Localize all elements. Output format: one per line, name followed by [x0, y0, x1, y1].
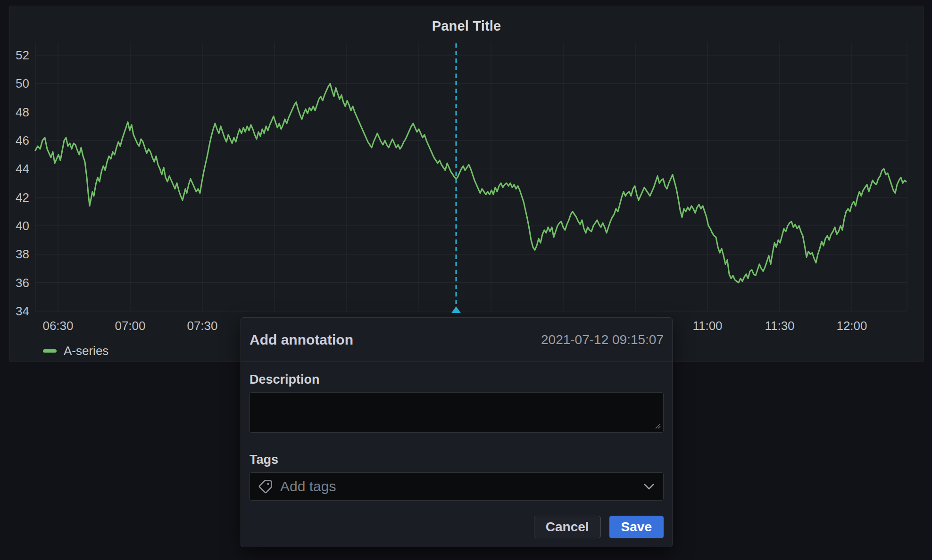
- tags-input[interactable]: [250, 472, 664, 501]
- dialog-header: Add annotation 2021-07-12 09:15:07: [241, 318, 672, 362]
- dialog-footer: Cancel Save: [250, 516, 664, 538]
- timeseries-panel: Panel Title A-series: [9, 6, 924, 362]
- annotation-timestamp: 2021-07-12 09:15:07: [541, 332, 664, 347]
- cancel-button[interactable]: Cancel: [534, 516, 601, 538]
- legend-label: A-series: [64, 344, 108, 358]
- dialog-title: Add annotation: [250, 332, 353, 348]
- grafana-dashboard: Panel Title A-series 5250484644424038363…: [0, 0, 932, 560]
- save-button[interactable]: Save: [609, 516, 664, 538]
- description-input[interactable]: [250, 392, 664, 433]
- tags-label: Tags: [250, 453, 664, 467]
- dialog-body: Description Tags: [241, 362, 672, 547]
- add-annotation-dialog: Add annotation 2021-07-12 09:15:07 Descr…: [241, 317, 673, 547]
- panel-title[interactable]: Panel Title: [10, 18, 923, 34]
- legend-swatch-icon: [43, 349, 57, 353]
- legend-item-a-series[interactable]: A-series: [43, 344, 108, 358]
- description-label: Description: [250, 372, 664, 387]
